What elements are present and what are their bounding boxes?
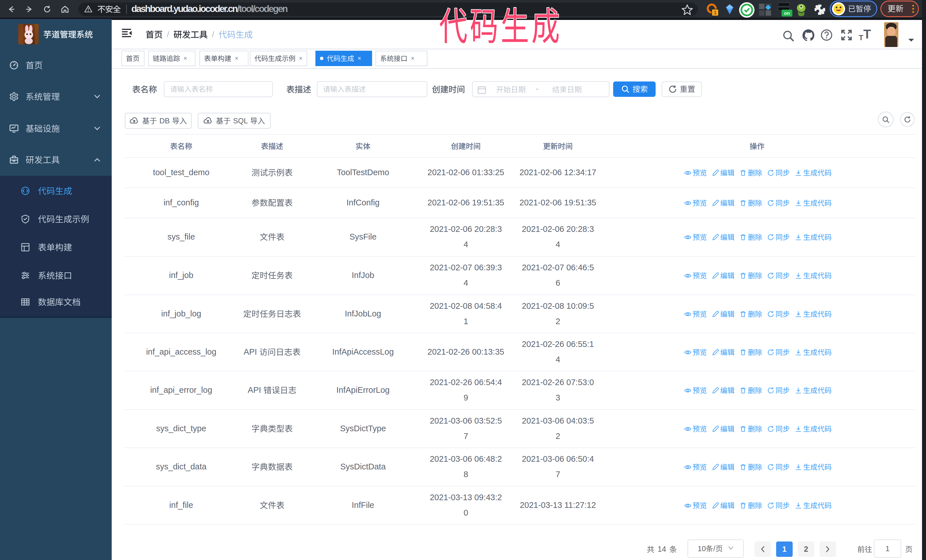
svg-text:1: 1 — [714, 10, 716, 15]
svg-text:on: on — [784, 11, 790, 16]
